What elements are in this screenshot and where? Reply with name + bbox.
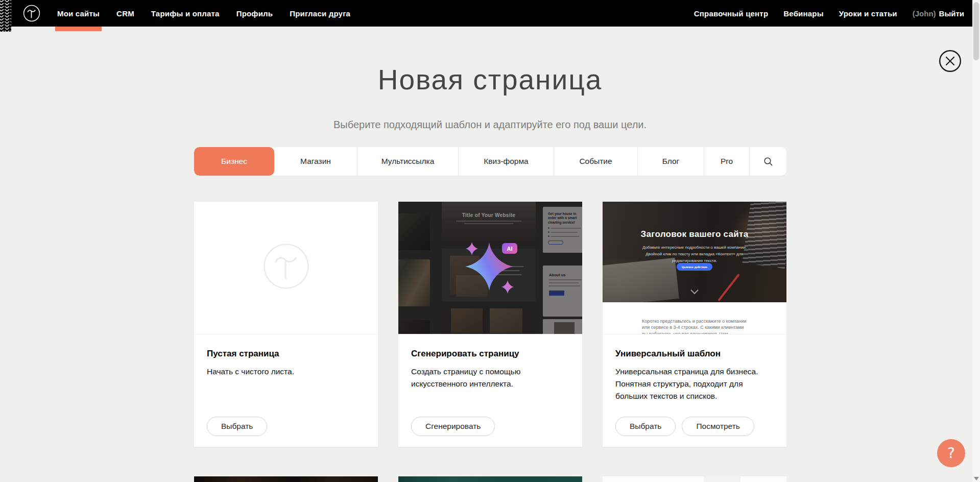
pen-decoration	[718, 274, 740, 301]
tab-blog[interactable]: Блог	[637, 147, 704, 176]
nav-help-center[interactable]: Справочный центр	[694, 0, 769, 27]
card-title: Пустая страница	[207, 349, 365, 359]
template-cta-button: Целевое действие	[677, 263, 712, 271]
ai-collage-preview: Title of Your Website Get your house	[398, 202, 582, 334]
tab-shop[interactable]: Магазин	[274, 147, 357, 176]
page-title: Новая страница	[0, 63, 980, 96]
view-button[interactable]: Посмотреть	[682, 417, 754, 436]
template-category-tabs: Бизнес Магазин Мультиссылка Квиз-форма С…	[194, 147, 786, 176]
card-title: Универсальный шаблон	[615, 349, 774, 359]
page: Мои сайты CRM Тарифы и оплата Профиль Пр…	[0, 0, 980, 482]
select-button[interactable]: Выбрать	[207, 417, 267, 436]
nav-crm[interactable]: CRM	[116, 0, 134, 27]
zigzag-ribbon-decoration	[0, 0, 11, 32]
next-cards-row-partial	[194, 476, 786, 482]
chevron-down-icon	[690, 286, 699, 295]
tab-business[interactable]: Бизнес	[194, 147, 274, 176]
template-body-section: Коротко представьтесь и расскажите о ком…	[603, 302, 786, 334]
card-description: Начать с чистого листа.	[207, 366, 360, 378]
close-button[interactable]	[939, 50, 962, 73]
user-chunk: (John) Выйти	[913, 0, 964, 27]
card-description: Создать страницу с помощью искусственног…	[411, 366, 564, 390]
scrollbar	[972, 0, 980, 482]
search-icon	[763, 157, 773, 166]
nav-lessons[interactable]: Уроки и статьи	[839, 0, 897, 27]
nav-tariffs[interactable]: Тарифы и оплата	[151, 0, 220, 27]
template-cards-row: Пустая страница Начать с чистого листа. …	[194, 202, 786, 447]
tab-multilink[interactable]: Мультиссылка	[357, 147, 458, 176]
card-title: Сгенерировать страницу	[411, 349, 569, 359]
tab-event[interactable]: Событие	[554, 147, 637, 176]
tab-quiz-form[interactable]: Квиз-форма	[458, 147, 554, 176]
tab-pro[interactable]: Pro	[704, 147, 749, 176]
template-hero-subtitle: Добавьте интересные подробности о вашей …	[635, 245, 754, 264]
nav-webinars[interactable]: Вебинары	[783, 0, 823, 27]
nav-invite-friend[interactable]: Пригласи друга	[290, 0, 350, 27]
template-body-text: Коротко представьтесь и расскажите о ком…	[642, 318, 747, 334]
template-hero-title: Заголовок вашего сайта	[603, 229, 786, 239]
card-blank-page: Пустая страница Начать с чистого листа. …	[194, 202, 378, 447]
card-buttons: Выбрать Посмотреть	[615, 417, 754, 436]
card-description: Универсальная страница для бизнеса. Поня…	[615, 366, 769, 402]
nav-profile[interactable]: Профиль	[236, 0, 273, 27]
page-subtitle: Выберите подходящий шаблон и адаптируйте…	[0, 119, 980, 131]
select-button[interactable]: Выбрать	[615, 417, 676, 436]
main-menu: Мои сайты CRM Тарифы и оплата Профиль Пр…	[57, 0, 350, 27]
close-icon	[939, 50, 962, 73]
ai-badge: AI	[502, 243, 517, 254]
tilda-logo-icon	[23, 5, 40, 22]
template-hero: Заголовок вашего сайта Добавьте интересн…	[603, 202, 786, 302]
top-navigation-bar: Мои сайты CRM Тарифы и оплата Профиль Пр…	[0, 0, 980, 27]
card-ai-generate: Title of Your Website Get your house	[398, 202, 582, 447]
generate-button[interactable]: Сгенерировать	[411, 417, 495, 436]
tilda-logo[interactable]	[23, 5, 40, 22]
laptop-decoration	[603, 258, 679, 302]
card-text-block: Универсальный шаблон Универсальная стран…	[603, 334, 786, 402]
partial-card-image	[194, 476, 378, 482]
logout-link[interactable]: Выйти	[939, 9, 964, 18]
blank-page-preview	[194, 202, 378, 334]
tilda-watermark-icon	[262, 242, 310, 293]
template-preview: Заголовок вашего сайта Добавьте интересн…	[603, 202, 786, 334]
nav-my-sites[interactable]: Мои сайты	[57, 0, 100, 27]
partial-card-image	[603, 476, 786, 482]
tab-search[interactable]	[749, 147, 786, 176]
help-button[interactable]: ?	[937, 439, 965, 467]
card-text-block: Пустая страница Начать с чистого листа.	[194, 334, 378, 378]
card-universal-template: Заголовок вашего сайта Добавьте интересн…	[603, 202, 786, 447]
card-buttons: Выбрать	[207, 417, 267, 436]
scrollbar-down-arrow[interactable]	[974, 477, 979, 480]
scrollbar-thumb[interactable]	[973, 2, 979, 60]
user-name: (John)	[913, 9, 936, 18]
card-buttons: Сгенерировать	[411, 417, 495, 436]
card-text-block: Сгенерировать страницу Создать страницу …	[398, 334, 582, 390]
secondary-menu: Справочный центр Вебинары Уроки и статьи…	[694, 0, 964, 27]
partial-card-image	[398, 476, 582, 482]
